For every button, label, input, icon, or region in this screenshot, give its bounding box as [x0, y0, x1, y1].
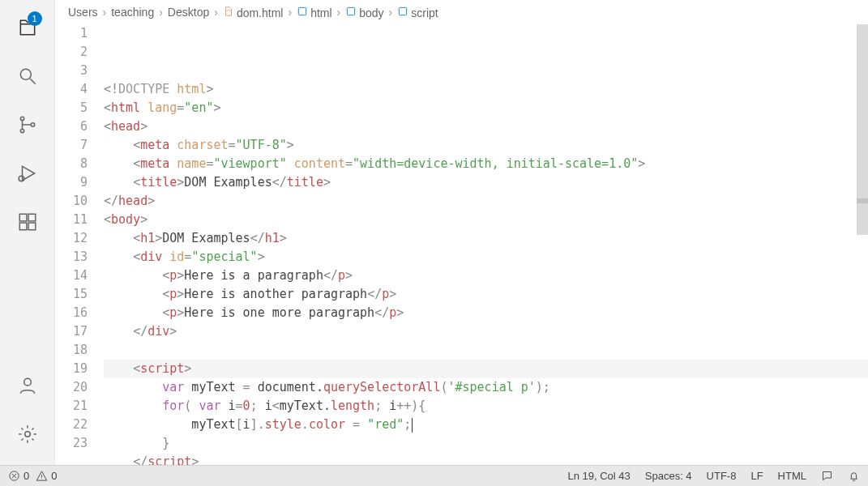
- chevron-right-icon: ›: [288, 6, 292, 19]
- debug-icon[interactable]: [8, 154, 47, 193]
- code-line[interactable]: </div>: [104, 322, 868, 341]
- status-spaces[interactable]: Spaces: 4: [645, 470, 692, 482]
- code-line[interactable]: [104, 341, 868, 360]
- line-number: 10: [55, 192, 88, 211]
- line-number: 21: [55, 397, 88, 416]
- status-errors[interactable]: 0: [8, 470, 29, 482]
- line-number: 20: [55, 378, 88, 397]
- breadcrumb[interactable]: Users›teaching›Desktop›dom.html›html›bod…: [55, 0, 868, 24]
- status-bar: 0 0 Ln 19, Col 43 Spaces: 4 UTF-8 LF HTM…: [0, 465, 868, 486]
- svg-rect-7: [28, 214, 36, 221]
- svg-point-11: [24, 432, 30, 437]
- code-line[interactable]: <p>Here is one more paragraph</p>: [104, 304, 868, 322]
- code-line[interactable]: <div id="special">: [104, 248, 868, 266]
- breadcrumb-label: Users: [68, 6, 98, 19]
- code-line[interactable]: </script>: [104, 453, 868, 465]
- svg-rect-9: [28, 223, 36, 230]
- line-number: 12: [55, 229, 88, 248]
- status-warnings[interactable]: 0: [36, 470, 57, 482]
- breadcrumb-label: script: [411, 6, 438, 19]
- chevron-right-icon: ›: [214, 6, 218, 19]
- code-line[interactable]: <meta charset="UTF-8">: [104, 136, 868, 155]
- code-line[interactable]: <meta name="viewport" content="width=dev…: [104, 155, 868, 173]
- code-line[interactable]: <html lang="en">: [104, 99, 868, 117]
- code-content[interactable]: <!DOCTYPE html><html lang="en"><head> <m…: [104, 24, 868, 465]
- code-line[interactable]: <head>: [104, 117, 868, 136]
- explorer-icon[interactable]: 1: [8, 8, 47, 47]
- symbol-icon: [397, 6, 408, 17]
- current-line-highlight: [104, 360, 868, 378]
- status-eol[interactable]: LF: [750, 470, 763, 482]
- feedback-icon[interactable]: [821, 470, 833, 482]
- vertical-scrollbar[interactable]: [857, 24, 868, 465]
- breadcrumb-item[interactable]: body: [345, 6, 383, 19]
- line-number: 18: [55, 341, 88, 360]
- account-icon[interactable]: [8, 366, 47, 405]
- status-line-col[interactable]: Ln 19, Col 43: [567, 470, 630, 482]
- extensions-icon[interactable]: [8, 202, 47, 241]
- status-language[interactable]: HTML: [778, 470, 806, 482]
- line-number: 1: [55, 24, 88, 43]
- code-line[interactable]: <title>DOM Examples</title>: [104, 173, 868, 192]
- line-number: 11: [55, 211, 88, 229]
- line-number: 3: [55, 62, 88, 80]
- breadcrumb-item[interactable]: script: [397, 6, 438, 19]
- code-line[interactable]: var myText = document.querySelectorAll('…: [104, 378, 868, 397]
- line-number: 15: [55, 285, 88, 304]
- text-cursor: [412, 418, 413, 433]
- chevron-right-icon: ›: [159, 6, 163, 19]
- code-line[interactable]: <body>: [104, 211, 868, 229]
- chevron-right-icon: ›: [337, 6, 341, 19]
- breadcrumb-label: dom.html: [237, 6, 284, 19]
- svg-point-5: [19, 176, 24, 181]
- svg-point-0: [20, 69, 31, 79]
- breadcrumb-label: teaching: [111, 6, 154, 19]
- line-number: 17: [55, 322, 88, 341]
- source-control-icon[interactable]: [8, 105, 47, 144]
- chevron-right-icon: ›: [103, 6, 107, 19]
- code-line[interactable]: myText[i].style.color = "red";: [104, 416, 868, 434]
- line-number: 9: [55, 173, 88, 192]
- line-number: 14: [55, 266, 88, 285]
- breadcrumb-item[interactable]: html: [297, 6, 331, 19]
- file-icon: [223, 6, 234, 17]
- warnings-count: 0: [51, 470, 57, 482]
- line-number: 4: [55, 80, 88, 99]
- breadcrumb-item[interactable]: Users: [68, 6, 98, 19]
- line-number: 23: [55, 434, 88, 453]
- line-number: 7: [55, 136, 88, 155]
- code-line[interactable]: for( var i=0; i<myText.length; i++){: [104, 397, 868, 416]
- code-line[interactable]: <p>Here is a paragraph</p>: [104, 266, 868, 285]
- code-line[interactable]: <!DOCTYPE html>: [104, 80, 868, 99]
- code-line[interactable]: </head>: [104, 192, 868, 211]
- svg-rect-14: [400, 7, 407, 15]
- code-line[interactable]: }: [104, 434, 868, 453]
- breadcrumb-item[interactable]: Desktop: [168, 6, 209, 19]
- line-number: 19: [55, 360, 88, 378]
- errors-count: 0: [24, 470, 29, 482]
- line-number: 2: [55, 43, 88, 62]
- breadcrumb-label: body: [359, 6, 383, 19]
- status-encoding[interactable]: UTF-8: [707, 470, 737, 482]
- explorer-badge: 1: [28, 11, 42, 26]
- breadcrumb-label: Desktop: [168, 6, 209, 19]
- breadcrumb-item[interactable]: teaching: [111, 6, 154, 19]
- svg-rect-8: [19, 223, 27, 230]
- svg-point-10: [24, 378, 31, 386]
- code-line[interactable]: <p>Here is another paragraph</p>: [104, 285, 868, 304]
- svg-rect-6: [19, 214, 27, 221]
- line-number: 5: [55, 99, 88, 117]
- code-editor[interactable]: 1234567891011121314151617181920212223 <!…: [55, 24, 868, 465]
- settings-gear-icon[interactable]: [8, 415, 47, 454]
- code-line[interactable]: <h1>DOM Examples</h1>: [104, 229, 868, 248]
- breadcrumb-item[interactable]: dom.html: [223, 6, 284, 19]
- svg-rect-12: [298, 7, 306, 15]
- line-number: 22: [55, 416, 88, 434]
- svg-point-3: [20, 129, 24, 132]
- bell-icon[interactable]: [848, 470, 860, 482]
- line-number: 16: [55, 304, 88, 322]
- svg-rect-13: [348, 7, 355, 15]
- overview-marker: [857, 198, 868, 203]
- scrollbar-thumb[interactable]: [857, 24, 868, 235]
- search-icon[interactable]: [8, 57, 47, 96]
